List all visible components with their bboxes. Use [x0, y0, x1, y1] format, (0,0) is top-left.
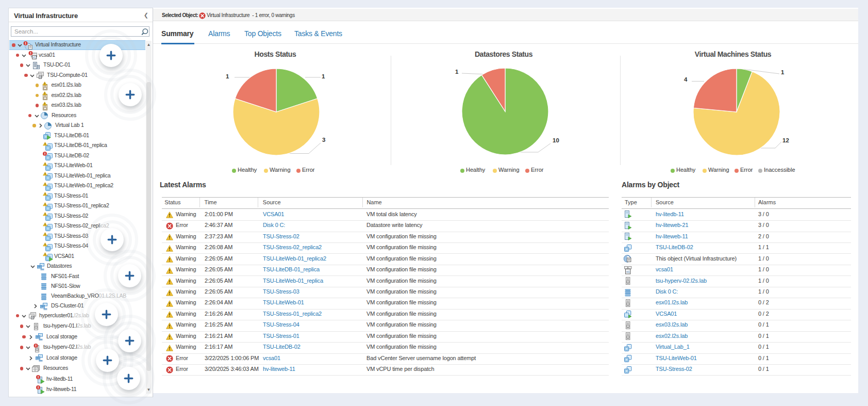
svg-text:VC: VC — [626, 270, 630, 273]
